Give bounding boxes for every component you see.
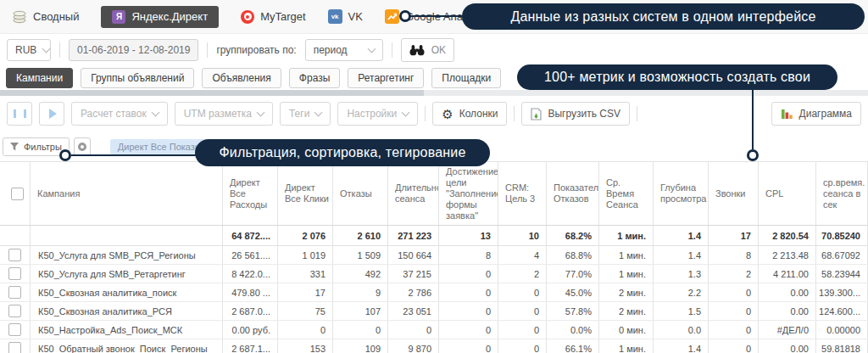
row-checkbox[interactable] (8, 305, 21, 317)
header-cell[interactable]: Ср. Время Сеанса (599, 162, 654, 225)
callout-text: 100+ метрик и возможность создать свои (544, 70, 810, 85)
metric-cell: 109 (333, 339, 388, 353)
metric-cell: 26 561.... (223, 246, 278, 264)
tab-mytarget[interactable]: MyTarget (241, 10, 305, 24)
vk-icon: vk (328, 9, 342, 24)
total-cell (31, 226, 223, 245)
select-all-checkbox[interactable] (11, 188, 24, 200)
metric-cell: 0.0% (547, 321, 599, 339)
columns-button[interactable]: ⚙ Колонки (432, 102, 507, 126)
total-cell: 13 (439, 226, 498, 245)
tab-yandex-direct[interactable]: Я Яндекс.Директ (101, 6, 219, 28)
row-checkbox[interactable] (8, 286, 21, 299)
utm-dropdown[interactable]: UTM разметка (175, 102, 273, 126)
table-row[interactable]: К50_Услуга для SMB_РСЯ_Регионы26 561....… (0, 246, 868, 265)
total-cell: 2 076 (278, 226, 333, 245)
play-button[interactable] (39, 102, 64, 126)
header-cell[interactable]: Отказы (333, 162, 388, 225)
tab-svodny[interactable]: Сводный (12, 10, 79, 24)
metric-cell: 1.4 (654, 246, 709, 264)
callout-connector-line (752, 90, 754, 149)
header-cell[interactable]: Директ Все Клики (278, 162, 333, 225)
row-checkbox-cell (0, 321, 31, 339)
currency-select[interactable]: RUB (7, 39, 51, 61)
campaign-name-cell: К50_Настройка_Ads_Поиск_МСК (31, 321, 223, 339)
metric-cell: 23 051 (388, 302, 439, 320)
pause-button[interactable] (7, 102, 32, 126)
row-checkbox[interactable] (8, 267, 21, 280)
header-cell[interactable]: Кампания (31, 162, 223, 225)
header-cell[interactable]: Показатель Отказов (547, 162, 599, 225)
metric-cell: 8 (709, 246, 759, 264)
tab-vk[interactable]: vk VK (328, 9, 363, 24)
row-checkbox-cell (0, 246, 31, 264)
metric-cell: 2.2 (654, 283, 709, 301)
row-checkbox-cell (0, 339, 31, 353)
tab-label: Сводный (33, 10, 79, 23)
total-cell: 2 610 (333, 226, 388, 245)
header-cell[interactable]: ср.время. сеанса в сек (816, 162, 868, 225)
divider (425, 106, 426, 121)
metric-cell: 0.00 (759, 339, 816, 353)
google-analytics-icon (385, 9, 399, 24)
row-checkbox[interactable] (8, 323, 21, 336)
divider (514, 106, 515, 121)
toolbar: Расчет ставок UTM разметка Теги Настройк… (0, 96, 868, 132)
ok-button[interactable]: OK (401, 38, 454, 62)
bid-calc-dropdown[interactable]: Расчет ставок (71, 102, 168, 126)
header-cell[interactable] (0, 162, 31, 225)
metric-cell: 0 (498, 283, 547, 301)
header-cell[interactable]: CPL (759, 162, 816, 225)
metric-cell: 1.3 (654, 265, 709, 283)
metric-cell: 0 (709, 283, 759, 301)
metric-cell: 2 (498, 265, 547, 283)
tab-ad-groups[interactable]: Группы объявлений (81, 68, 194, 88)
callout-systems: Данные из разных систем в одном интерфей… (462, 3, 865, 30)
divider (207, 42, 208, 58)
callout-text: Данные из разных систем в одном интерфей… (510, 9, 815, 25)
callout-filtering: Фильтрация, сортировка, тегирование (195, 139, 490, 166)
metric-cell: 66.1% (547, 339, 599, 353)
table-totals-row: 64 872....2 0762 610271 223131068.2%1 ми… (0, 226, 868, 246)
tab-phrases[interactable]: Фразы (289, 68, 340, 88)
group-by-select[interactable]: период (305, 39, 383, 61)
tab-retargeting[interactable]: Ретаргетинг (348, 68, 424, 88)
metric-cell: 0 (709, 339, 759, 353)
table-row[interactable]: К50_Услуга для SMB_Ретаргетинг8 422.0...… (0, 265, 868, 283)
tab-placements[interactable]: Площадки (431, 68, 501, 88)
table-header-row: КампанияДирект Все РасходыДирект Все Кли… (0, 161, 868, 226)
tab-ads[interactable]: Объявления (202, 68, 281, 88)
header-cell[interactable]: Длительно сеанса (388, 162, 439, 225)
table-row[interactable]: К50_Настройка_Ads_Поиск_МСК0.00 руб.0000… (0, 321, 868, 339)
metric-cell: 1.5 (654, 302, 709, 320)
table-row[interactable]: К50_Обратный звонок_Поиск_Регионы2 687.1… (0, 339, 868, 353)
header-cell[interactable]: CRM: Цель 3 (498, 162, 547, 225)
header-cell[interactable]: Глубина просмотра (654, 162, 709, 225)
header-cell[interactable]: Достижение цели "Заполнение формы заявка… (439, 162, 498, 225)
settings-dropdown[interactable]: Настройки (337, 102, 418, 126)
clear-filters-button[interactable] (74, 137, 91, 156)
metric-cell: 1 мин. (599, 339, 654, 353)
date-range-picker[interactable]: 01-06-2019 - 12-08-2019 (69, 39, 198, 61)
export-csv-button[interactable]: Выгрузить CSV (521, 102, 630, 126)
row-checkbox[interactable] (8, 249, 21, 261)
binoculars-icon (409, 44, 425, 56)
total-cell: 68.2% (547, 226, 599, 245)
row-checkbox[interactable] (8, 342, 21, 353)
metric-cell: 77.0% (547, 265, 599, 283)
chart-button[interactable]: Диаграмма (771, 102, 861, 126)
tags-dropdown[interactable]: Теги (280, 102, 331, 126)
table-row[interactable]: К50_Сквозная аналитика_поиск479.80 ...17… (0, 283, 868, 302)
total-cell: 2 820.54 (759, 226, 816, 245)
metric-cell: 0.00 руб. (223, 321, 278, 339)
tab-campaigns[interactable]: Кампании (6, 68, 73, 88)
header-cell[interactable]: Директ Все Расходы (223, 162, 278, 225)
metric-cell: 2 (709, 265, 759, 283)
scrollbar-thumb[interactable] (424, 90, 868, 96)
metric-cell: 9 (333, 283, 388, 301)
metric-cell: 2 213.48 (759, 246, 816, 264)
table-row[interactable]: К50_Сквозная аналитика_РСЯ2 687.0...7510… (0, 302, 868, 321)
table: КампанияДирект Все РасходыДирект Все Кли… (0, 161, 868, 353)
header-cell[interactable]: Звонки (709, 162, 759, 225)
tab-label: Яндекс.Директ (131, 10, 208, 23)
